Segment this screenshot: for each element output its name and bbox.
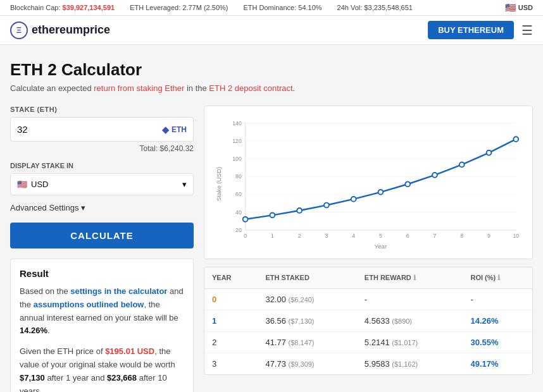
display-label: DISPLAY STAKE IN xyxy=(10,162,194,169)
svg-text:9: 9 xyxy=(487,233,490,239)
svg-text:4: 4 xyxy=(352,233,355,239)
svg-text:6: 6 xyxy=(406,233,409,239)
cell-year: 0 xyxy=(204,288,258,310)
cell-roi: 49.17% xyxy=(463,353,532,374)
svg-text:140: 140 xyxy=(232,120,242,126)
eth-diamond-icon: ◆ xyxy=(162,125,169,135)
chart-svg: Stake (USD) Year 20 40 60 xyxy=(215,116,522,252)
chevron-down-icon: ▾ xyxy=(182,180,187,189)
stake-input-wrap: ◆ ETH xyxy=(10,117,194,142)
cell-staked: 47.73 ($9,309) xyxy=(258,353,356,374)
right-panel: Stake (USD) Year 20 40 60 xyxy=(204,106,533,392)
blockchain-cap: Blockchain Cap: $39,927,134,591 xyxy=(10,4,115,11)
info-icon: ℹ xyxy=(413,274,416,281)
currency-selector[interactable]: 🇺🇸 USD xyxy=(505,3,533,13)
eth-dominance: ETH Dominance: 54.10% xyxy=(243,4,321,11)
svg-point-33 xyxy=(351,197,356,202)
svg-text:10: 10 xyxy=(513,233,519,239)
left-panel: STAKE (ETH) ◆ ETH Total: $6,240.32 DISPL… xyxy=(10,106,194,392)
cell-roi: 14.26% xyxy=(463,310,532,331)
svg-text:0: 0 xyxy=(244,233,247,239)
col-roi: ROI (%) ℹ xyxy=(463,267,532,289)
info-icon: ℹ xyxy=(497,274,500,281)
table-row: 0 32.00 ($6,240) - - xyxy=(204,288,532,310)
svg-point-29 xyxy=(243,217,248,222)
eth-badge: ◆ ETH xyxy=(162,125,187,135)
eth-leveraged: ETH Leveraged: 2.77M (2.50%) xyxy=(130,4,228,11)
svg-text:2: 2 xyxy=(298,233,301,239)
col-eth-reward: ETH REWARD ℹ xyxy=(357,267,463,289)
stake-label: STAKE (ETH) xyxy=(10,106,194,113)
flag-icon: 🇺🇸 xyxy=(505,3,516,13)
svg-text:80: 80 xyxy=(235,173,242,180)
cell-reward: 5.2141 ($1,017) xyxy=(357,331,463,353)
content-grid: STAKE (ETH) ◆ ETH Total: $6,240.32 DISPL… xyxy=(10,106,533,392)
svg-text:7: 7 xyxy=(434,233,437,239)
table-row: 3 47.73 ($9,309) 5.9583 ($1,162) 49.17% xyxy=(204,353,532,374)
cell-staked: 32.00 ($6,240) xyxy=(258,288,356,310)
svg-point-30 xyxy=(270,212,275,217)
table-box: YEAR ETH STAKED ETH REWARD ℹ ROI (%) ℹ 0… xyxy=(204,267,533,375)
cell-staked: 41.77 ($8,147) xyxy=(258,331,356,353)
svg-text:8: 8 xyxy=(460,233,463,239)
results-table: YEAR ETH STAKED ETH REWARD ℹ ROI (%) ℹ 0… xyxy=(204,267,532,374)
col-year: YEAR xyxy=(204,267,258,289)
svg-point-34 xyxy=(378,190,384,195)
stake-input[interactable] xyxy=(17,118,162,141)
svg-text:5: 5 xyxy=(379,233,382,239)
vol-24h: 24h Vol: $3,235,548,651 xyxy=(337,4,413,11)
chart-box: Stake (USD) Year 20 40 60 xyxy=(204,106,533,259)
svg-point-37 xyxy=(459,162,465,168)
calculate-button[interactable]: CALCULATE xyxy=(10,223,194,248)
main-content: ETH 2 Calculator Calculate an expected r… xyxy=(0,45,543,392)
table-row: 2 41.77 ($8,147) 5.2141 ($1,017) 30.55% xyxy=(204,331,532,353)
currency-flag: 🇺🇸 xyxy=(17,180,27,189)
advanced-settings-toggle[interactable]: Advanced Settings ▾ xyxy=(10,202,194,214)
menu-icon[interactable]: ☰ xyxy=(521,23,533,38)
svg-text:20: 20 xyxy=(235,227,242,233)
svg-point-35 xyxy=(405,181,410,187)
buy-ethereum-button[interactable]: BUY ETHEREUM xyxy=(428,21,514,39)
svg-point-32 xyxy=(324,203,329,208)
svg-point-31 xyxy=(297,208,302,213)
result-text-1: Based on the settings in the calculator … xyxy=(20,285,184,338)
chevron-down-icon: ▾ xyxy=(81,203,85,212)
cell-staked: 36.56 ($7,130) xyxy=(258,310,356,331)
svg-text:1: 1 xyxy=(271,233,274,239)
header: Ξ ethereumprice BUY ETHEREUM ☰ xyxy=(0,16,543,45)
cell-reward: - xyxy=(357,288,463,310)
page-description: Calculate an expected return from stakin… xyxy=(10,83,533,93)
contract-link[interactable]: ETH 2 deposit contract xyxy=(209,83,292,93)
col-eth-staked: ETH STAKED xyxy=(258,267,356,289)
result-box: Result Based on the settings in the calc… xyxy=(10,259,194,392)
staking-link[interactable]: return from staking Ether xyxy=(94,83,184,93)
svg-point-38 xyxy=(487,150,492,156)
logo[interactable]: Ξ ethereumprice xyxy=(10,21,428,39)
logo-icon: Ξ xyxy=(10,21,28,39)
svg-text:3: 3 xyxy=(325,233,328,239)
page-title: ETH 2 Calculator xyxy=(10,60,533,80)
svg-text:Stake (USD): Stake (USD) xyxy=(215,167,222,201)
total-label: Total: $6,240.32 xyxy=(10,144,194,153)
svg-point-36 xyxy=(432,173,437,178)
svg-point-39 xyxy=(513,137,518,142)
cell-year: 1 xyxy=(204,310,258,331)
svg-text:60: 60 xyxy=(235,191,242,197)
cell-roi: 30.55% xyxy=(463,331,532,353)
cell-year: 2 xyxy=(204,331,258,353)
cell-year: 3 xyxy=(204,353,258,374)
svg-text:100: 100 xyxy=(232,156,242,162)
result-text-2: Given the ETH price of $195.01 USD, the … xyxy=(20,345,184,392)
cell-roi: - xyxy=(463,288,532,310)
svg-text:120: 120 xyxy=(232,138,242,144)
svg-text:40: 40 xyxy=(235,209,242,216)
svg-text:Year: Year xyxy=(375,243,387,250)
cell-reward: 5.9583 ($1,162) xyxy=(357,353,463,374)
cell-reward: 4.5633 ($890) xyxy=(357,310,463,331)
top-bar: Blockchain Cap: $39,927,134,591 ETH Leve… xyxy=(0,0,543,16)
result-title: Result xyxy=(20,268,184,279)
table-row: 1 36.56 ($7,130) 4.5633 ($890) 14.26% xyxy=(204,310,532,331)
currency-select[interactable]: 🇺🇸 USD ▾ xyxy=(10,173,194,195)
